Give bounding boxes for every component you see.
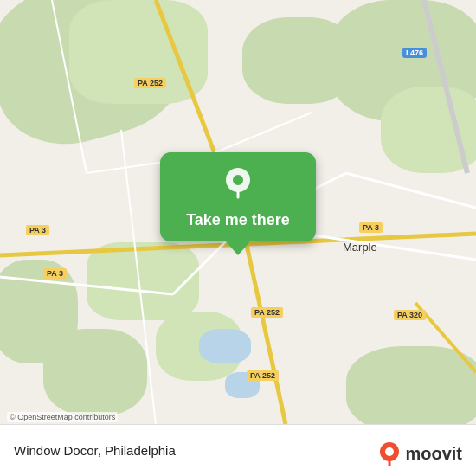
location-title: Window Docor, Philadelphia [14, 443, 176, 458]
svg-line-3 [424, 0, 467, 173]
moovit-logo: moovit [377, 441, 462, 466]
bottom-bar: Window Docor, Philadelphia moovit [0, 424, 476, 476]
svg-line-13 [52, 0, 87, 173]
road-label-pa252-bot: PA 252 [247, 370, 279, 381]
road-label-pa320: PA 320 [394, 310, 426, 320]
svg-point-15 [233, 175, 243, 185]
area-label-marple: Marple [343, 241, 377, 254]
location-pin-icon [219, 164, 257, 203]
road-label-pa3-left: PA 3 [26, 225, 49, 235]
road-label-pa252-top: PA 252 [134, 78, 166, 88]
road-label-pa252-lower: PA 252 [251, 307, 283, 318]
map-popup[interactable]: Take me there [160, 152, 316, 255]
moovit-pin-icon [377, 441, 402, 466]
road-label-pa3-bottom: PA 3 [43, 268, 67, 279]
moovit-text: moovit [405, 444, 462, 464]
svg-line-5 [0, 277, 173, 294]
map-attribution: © OpenStreetMap contributors [7, 412, 118, 422]
road-label-pa3-right: PA 3 [359, 222, 383, 233]
svg-point-17 [385, 447, 394, 456]
svg-line-12 [121, 130, 156, 424]
road-label-i476: I 476 [402, 48, 427, 58]
popup-tail [226, 241, 250, 255]
svg-line-8 [346, 173, 476, 208]
svg-line-10 [208, 113, 312, 156]
map-container[interactable]: PA 252 I 476 PA 3 PA 252 PA 3 PA 3 PA 25… [0, 0, 476, 424]
popup-label: Take me there [186, 211, 290, 229]
